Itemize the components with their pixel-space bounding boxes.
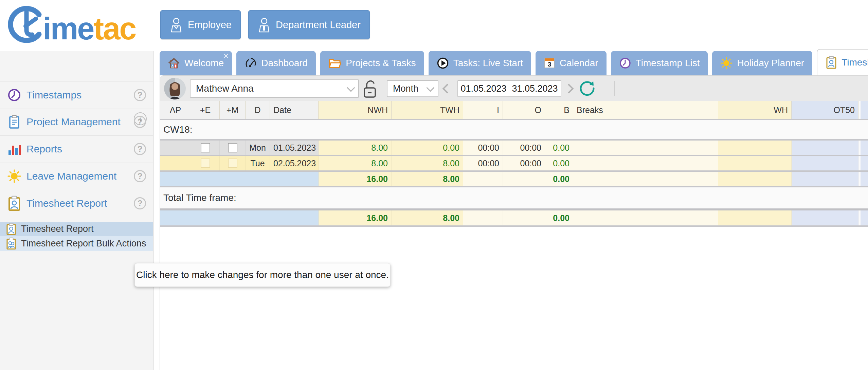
ap-cell: [160, 156, 191, 170]
sidebar-item-label: Timestamps: [26, 89, 82, 101]
department-leader-button[interactable]: Department Leader: [248, 10, 370, 39]
play-circle-icon: [437, 57, 449, 69]
day-cell: Tue: [246, 156, 270, 170]
bulk-actions-tooltip: Click here to make changes for more than…: [134, 263, 391, 287]
sidebar-subitem-label: Timesheet Report Bulk Actions: [21, 238, 146, 249]
sun-icon: [7, 169, 22, 183]
next-period-button[interactable]: [563, 82, 575, 95]
plus-m-cell: [220, 156, 246, 170]
calendar-badge: 3: [548, 61, 551, 68]
sidebar-item-timesheet-report[interactable]: Timesheet Report ?: [0, 190, 153, 217]
clock-icon: [7, 88, 22, 102]
user-select[interactable]: Mathew Anna: [190, 79, 359, 98]
twh-total-cell: 8.00: [392, 210, 463, 225]
nwh-cell: 8.00: [319, 141, 392, 155]
entry-checkbox[interactable]: [201, 159, 210, 168]
column-header-twh[interactable]: TWH: [392, 101, 463, 119]
date-from-input[interactable]: 01.05.2023: [457, 80, 510, 97]
help-icon[interactable]: ?: [134, 170, 146, 182]
twh-total-cell: 8.00: [392, 172, 463, 186]
folder-icon: [328, 58, 341, 69]
help-icon[interactable]: ?: [134, 143, 146, 155]
date-to-input[interactable]: 31.05.2023: [509, 80, 561, 97]
refresh-icon[interactable]: [578, 79, 596, 98]
clipboard-person-icon: [826, 56, 837, 69]
column-header-date[interactable]: Date: [270, 101, 319, 119]
clipboard-people-icon: [5, 237, 17, 250]
person-tie-icon: [257, 17, 271, 33]
total-frame-label-row: Total Time frame:: [160, 187, 868, 210]
tab-timestamp-list[interactable]: Timestamp List: [611, 51, 708, 75]
wh-total-cell: [718, 210, 792, 225]
column-header-o[interactable]: O: [503, 101, 545, 119]
chevron-right-icon: [564, 84, 574, 93]
sidebar-item-label: Leave Management: [26, 170, 116, 182]
entry-checkbox[interactable]: [201, 143, 210, 152]
sidebar-item-project-management[interactable]: Project Management ?: [0, 108, 153, 136]
sidebar-item-reports[interactable]: Reports ?: [0, 135, 153, 163]
logo-tac-text: tac: [94, 11, 136, 46]
column-header-breaks[interactable]: Breaks: [573, 101, 718, 119]
breaks-cell: [573, 141, 718, 155]
tab-timesheet-report[interactable]: Timesheet Report: [817, 49, 868, 75]
column-header-ap[interactable]: AP: [160, 101, 191, 119]
sidebar-item-label: Timesheet Report: [26, 198, 107, 209]
breaks-cell: [573, 156, 718, 170]
home-icon: [168, 57, 180, 69]
user-select-value: Mathew Anna: [196, 83, 254, 94]
previous-period-button[interactable]: [441, 82, 453, 95]
wh-total-cell: [718, 172, 792, 186]
gauge-icon: [245, 57, 257, 69]
column-header-nwh[interactable]: NWH: [319, 101, 392, 119]
modify-checkbox[interactable]: [228, 143, 237, 152]
clock-logo-icon: imetac: [5, 2, 137, 49]
tab-calendar[interactable]: 3 Calendar: [536, 51, 607, 75]
logo-time-text: ime: [43, 11, 94, 46]
column-header-b[interactable]: B: [545, 101, 573, 119]
in-total-cell: [463, 172, 503, 186]
sidebar-item-label: Reports: [26, 143, 62, 155]
help-icon[interactable]: ?: [134, 116, 146, 128]
total-frame-label: Total Time frame:: [163, 192, 236, 203]
column-header-ot50[interactable]: OT50: [792, 101, 858, 119]
column-header-i[interactable]: I: [463, 101, 503, 119]
ot50-cell: [792, 141, 858, 155]
column-header-wh[interactable]: WH: [718, 101, 792, 119]
role-switcher: Employee Department Leader: [160, 10, 370, 39]
tab-tasks-live-start-label: Tasks: Live Start: [453, 58, 523, 69]
tab-projects-tasks[interactable]: Projects & Tasks: [320, 51, 424, 75]
tab-welcome-label: Welcome: [184, 58, 224, 69]
tab-tasks-live-start[interactable]: Tasks: Live Start: [429, 51, 531, 75]
close-icon[interactable]: ×: [223, 52, 229, 61]
employee-button[interactable]: Employee: [160, 10, 241, 39]
column-header-plus-m[interactable]: +M: [220, 101, 246, 119]
sidebar-item-leave-management[interactable]: Leave Management ?: [0, 163, 153, 190]
column-header-plus-e[interactable]: +E: [191, 101, 220, 119]
sidebar-item-timestamps[interactable]: Timestamps ?: [0, 81, 153, 109]
department-leader-button-label: Department Leader: [276, 19, 361, 31]
tab-welcome[interactable]: Welcome ×: [160, 51, 232, 75]
modify-checkbox[interactable]: [228, 159, 237, 168]
unlock-icon[interactable]: [362, 79, 379, 99]
overflow-cell: [858, 172, 868, 186]
sidebar-subitem-timesheet-report[interactable]: Timesheet Report: [0, 222, 153, 236]
period-select[interactable]: Month: [387, 80, 438, 97]
break-total-cell: 0.00: [545, 210, 573, 225]
tab-holiday-planner-label: Holiday Planner: [737, 58, 804, 69]
help-icon[interactable]: ?: [134, 89, 146, 101]
sidebar-subitem-timesheet-report-bulk-actions[interactable]: Timesheet Report Bulk Actions: [0, 236, 153, 251]
tab-dashboard[interactable]: Dashboard: [236, 51, 316, 75]
timetac-app: imetac Employee Department Leader: [0, 0, 868, 370]
toolbar-divider: [614, 81, 615, 96]
total-left-cell: [160, 210, 319, 225]
twh-cell: 8.00: [392, 156, 463, 170]
help-icon[interactable]: ?: [134, 197, 146, 209]
tab-calendar-label: Calendar: [560, 58, 598, 69]
column-header-d[interactable]: D: [246, 101, 270, 119]
in-cell: 00:00: [463, 141, 503, 155]
tab-holiday-planner[interactable]: Holiday Planner: [712, 51, 812, 75]
break-total-cell: 0.00: [545, 172, 573, 186]
table-row: Tue 02.05.2023 8.00 8.00 00:00 00:00 0.0…: [160, 156, 868, 172]
employee-button-label: Employee: [188, 19, 232, 31]
tab-dashboard-label: Dashboard: [261, 58, 308, 69]
